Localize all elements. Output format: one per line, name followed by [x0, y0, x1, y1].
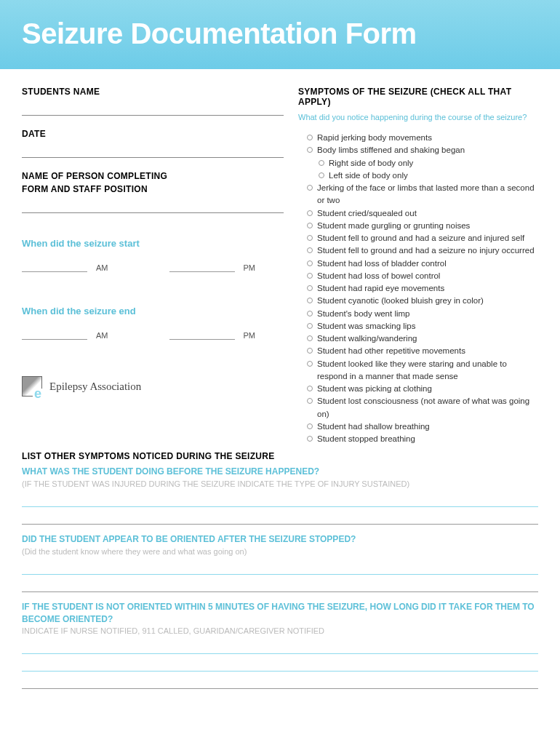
radio-icon[interactable]	[307, 311, 313, 316]
question-2: DID THE STUDENT APPEAR TO BE ORIENTED AF…	[22, 533, 538, 546]
person-label-line1: NAME OF PERSON COMPLETING	[22, 171, 284, 181]
symptom-item: Student had loss of bowel control	[307, 270, 538, 282]
end-am-field[interactable]	[22, 328, 87, 340]
symptom-item: Student had other repetitive movements	[307, 345, 538, 357]
radio-icon[interactable]	[307, 361, 313, 367]
radio-icon[interactable]	[307, 273, 313, 279]
person-field[interactable]	[22, 197, 284, 213]
symptom-item: Body limbs stiffened and shaking began	[307, 144, 538, 156]
question-3-sub: INDICATE IF NURSE NOTIFIED, 911 CALLED, …	[22, 626, 538, 635]
question-3: IF THE STUDENT IS NOT ORIENTED WITHIN 5 …	[22, 601, 538, 626]
end-time-row: AM PM	[22, 328, 284, 340]
answer-line[interactable]	[22, 674, 538, 689]
epilepsy-logo-icon	[22, 376, 42, 397]
radio-icon[interactable]	[307, 423, 313, 429]
symptom-item: Jerking of the face or limbs that lasted…	[307, 182, 538, 207]
radio-icon[interactable]	[319, 172, 324, 178]
symptom-item: Student had loss of bladder control	[307, 258, 538, 270]
right-column: SYMPTOMS OF THE SEIZURE (CHECK ALL THAT …	[298, 87, 538, 445]
radio-icon[interactable]	[307, 323, 313, 329]
pm-suffix-2: PM	[244, 331, 256, 340]
students-name-label: STUDENTS NAME	[22, 87, 284, 97]
radio-icon[interactable]	[307, 285, 313, 291]
start-time-row: AM PM	[22, 260, 284, 272]
question-1: WHAT WAS THE STUDENT DOING BEFORE THE SE…	[22, 466, 538, 478]
symptom-item: Student looked like they were staring an…	[307, 358, 538, 383]
symptom-item: Student cried/squealed out	[307, 207, 538, 220]
seizure-end-label: When did the seizure end	[22, 306, 284, 316]
radio-icon[interactable]	[307, 436, 313, 442]
radio-icon[interactable]	[307, 386, 313, 391]
symptom-item: Student fell to ground and had a seizure…	[307, 244, 538, 257]
symptoms-heading: SYMPTOMS OF THE SEIZURE (CHECK ALL THAT …	[298, 87, 538, 107]
main-columns: STUDENTS NAME DATE NAME OF PERSON COMPLE…	[0, 69, 560, 445]
symptom-item: Student cyanotic (looked bluish grey in …	[307, 295, 538, 307]
symptom-item: Student had shallow breathing	[307, 421, 538, 433]
answer-line[interactable]	[22, 560, 538, 575]
radio-icon[interactable]	[307, 147, 313, 153]
radio-icon[interactable]	[307, 260, 313, 266]
symptom-item: Student stopped breathing	[307, 433, 538, 445]
symptom-item: Student's body went limp	[307, 308, 538, 320]
radio-icon[interactable]	[307, 398, 313, 404]
radio-icon[interactable]	[307, 135, 313, 140]
pm-suffix: PM	[244, 263, 256, 272]
radio-icon[interactable]	[307, 235, 313, 241]
radio-icon[interactable]	[307, 298, 313, 303]
left-column: STUDENTS NAME DATE NAME OF PERSON COMPLE…	[22, 87, 284, 445]
symptom-item: Student had rapid eye movements	[307, 282, 538, 295]
radio-icon[interactable]	[307, 185, 313, 191]
header-band: Seizure Documentation Form	[0, 0, 560, 69]
list-other-label: LIST OTHER SYMPTOMS NOTICED DURING THE S…	[22, 451, 538, 461]
radio-icon[interactable]	[307, 335, 313, 341]
answer-line[interactable]	[22, 493, 538, 507]
symptom-item: Student fell to ground and had a seizure…	[307, 232, 538, 244]
radio-icon[interactable]	[307, 247, 313, 253]
symptom-item-sub: Right side of body only	[307, 157, 538, 170]
answer-line[interactable]	[22, 657, 538, 672]
date-field[interactable]	[22, 142, 284, 158]
students-name-field[interactable]	[22, 100, 284, 116]
symptom-item-sub: Left side of body only	[307, 170, 538, 182]
answer-line[interactable]	[22, 510, 538, 525]
logo-text: Epilepsy Association	[49, 381, 141, 393]
symptom-item: Student was picking at clothing	[307, 383, 538, 395]
person-label-line2: FORM AND STAFF POSITION	[22, 184, 284, 194]
radio-icon[interactable]	[319, 160, 324, 166]
bottom-section: LIST OTHER SYMPTOMS NOTICED DURING THE S…	[0, 445, 560, 689]
start-pm-field[interactable]	[169, 260, 235, 272]
symptom-item: Student made gurgling or grunting noises	[307, 220, 538, 232]
symptom-item: Rapid jerking body movements	[307, 132, 538, 144]
end-pm-field[interactable]	[169, 328, 235, 340]
radio-icon[interactable]	[307, 348, 313, 354]
page-title: Seizure Documentation Form	[22, 17, 538, 50]
answer-line[interactable]	[22, 640, 538, 654]
symptom-item: Student lost consciousness (not aware of…	[307, 395, 538, 421]
date-label: DATE	[22, 129, 284, 139]
am-suffix: AM	[96, 263, 108, 272]
radio-icon[interactable]	[307, 210, 313, 216]
start-am-field[interactable]	[22, 260, 87, 272]
logo-row: Epilepsy Association	[22, 376, 284, 397]
symptoms-list: Rapid jerking body movements Body limbs …	[298, 132, 538, 445]
symptoms-prompt: What did you notice happening during the…	[298, 113, 538, 121]
am-suffix-2: AM	[96, 331, 108, 340]
symptom-item: Student was smacking lips	[307, 320, 538, 332]
seizure-start-label: When did the seizure start	[22, 238, 284, 249]
radio-icon[interactable]	[307, 223, 313, 228]
question-2-sub: (Did the student know where they were an…	[22, 547, 538, 556]
symptom-item: Student walking/wandering	[307, 332, 538, 345]
question-1-sub: (IF THE STUDENT WAS INJURED DURING THE S…	[22, 479, 538, 488]
answer-line[interactable]	[22, 578, 538, 592]
